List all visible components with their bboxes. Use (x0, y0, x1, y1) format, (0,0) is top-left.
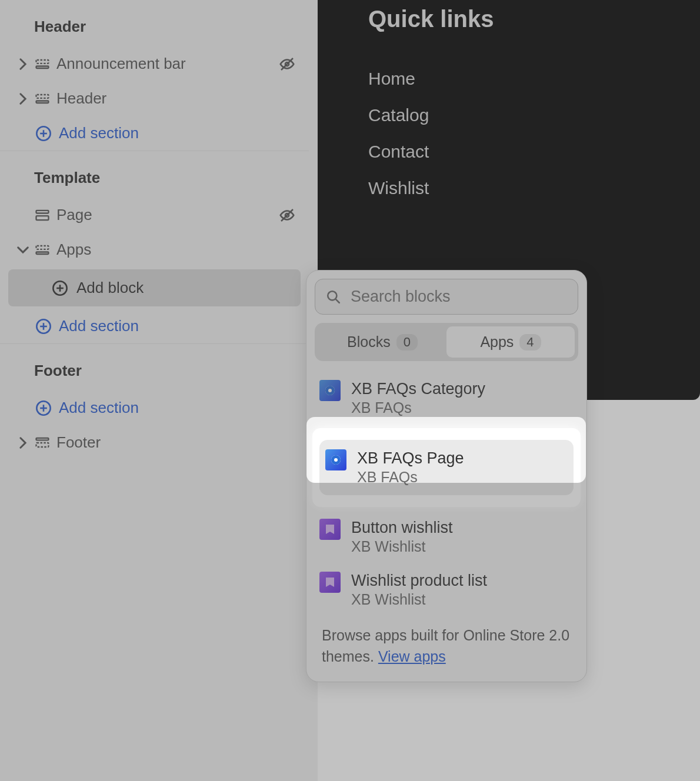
tab-count-badge: 4 (519, 334, 541, 351)
search-blocks-input[interactable] (351, 288, 567, 306)
block-name: XB FAQs Page (357, 449, 464, 468)
wishlist-app-icon (319, 519, 341, 540)
svg-line-27 (336, 299, 339, 302)
tab-label: Apps (480, 333, 514, 351)
block-source: XB FAQs (351, 399, 485, 416)
tab-label: Blocks (347, 333, 391, 351)
tab-apps[interactable]: Apps 4 (446, 326, 575, 358)
block-xb-faqs-category[interactable]: XB FAQs Category XB FAQs (315, 372, 578, 425)
search-blocks-input-wrapper[interactable] (315, 279, 578, 315)
block-xb-faqs-page[interactable]: XB FAQs Page XB FAQs (319, 440, 574, 495)
faq-app-icon (325, 449, 346, 470)
search-icon (326, 289, 341, 305)
faq-app-icon (319, 380, 341, 401)
block-picker-popup: Blocks 0 Apps 4 XB FAQs Category XB FAQs… (306, 270, 587, 682)
block-name: XB FAQs Category (351, 380, 485, 398)
view-apps-link[interactable]: View apps (378, 648, 446, 665)
block-wishlist-product-list[interactable]: Wishlist product list XB Wishlist (315, 563, 578, 616)
block-button-wishlist[interactable]: Button wishlist XB Wishlist (315, 510, 578, 563)
svg-point-26 (328, 291, 336, 300)
block-source: XB Wishlist (351, 538, 453, 555)
block-name: Wishlist product list (351, 572, 487, 590)
tab-count-badge: 0 (396, 334, 418, 351)
block-source: XB Wishlist (351, 591, 487, 608)
block-xb-faqs-page-highlight: XB FAQs Page XB FAQs (312, 428, 581, 507)
block-source: XB FAQs (357, 469, 464, 486)
tab-blocks[interactable]: Blocks 0 (318, 326, 446, 358)
wishlist-app-icon (319, 572, 341, 593)
block-picker-tabs: Blocks 0 Apps 4 (315, 323, 578, 361)
block-name: Button wishlist (351, 519, 453, 537)
browse-apps-text: Browse apps built for Online Store 2.0 t… (315, 616, 578, 673)
